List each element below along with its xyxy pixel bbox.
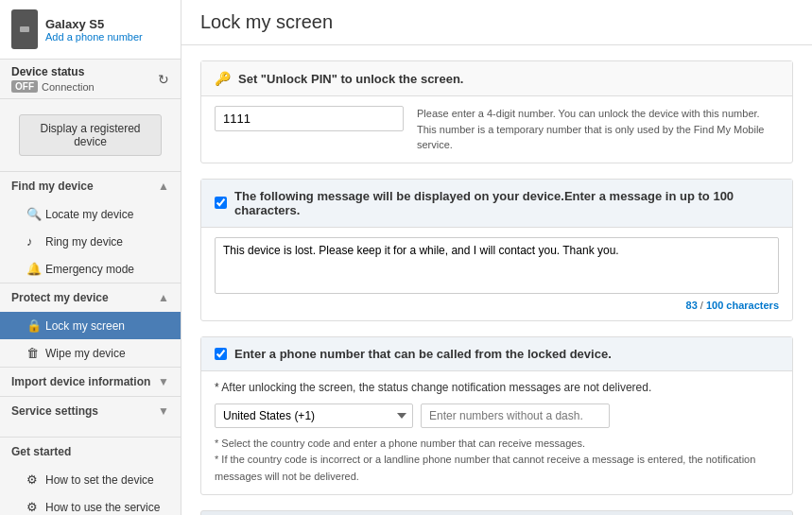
sidebar-item-how-set[interactable]: ⚙ How to set the device [0,466,181,493]
connection-text: Connection [42,81,95,93]
get-started-header: Get started [0,438,181,466]
refresh-icon[interactable]: ↻ [158,72,169,87]
message-checkbox-label[interactable]: The following message will be displayed … [234,189,779,217]
add-phone-link[interactable]: Add a phone number [45,31,143,43]
char-total: 100 characters [706,300,779,311]
find-device-chevron: ▲ [158,180,169,193]
phone-row: United States (+1) [215,403,779,428]
sidebar-item-lock[interactable]: 🔒 Lock my screen [0,312,181,339]
sidebar-item-how-use[interactable]: ⚙ How to use the service [0,493,181,515]
device-name: Galaxy S5 [45,17,143,31]
pin-input[interactable] [215,106,404,131]
phone-section-header: Enter a phone number that can be called … [201,337,792,371]
ring-icon: ♪ [26,234,40,249]
status-label: Device status [11,65,95,78]
service-settings-header[interactable]: Service settings ▼ [0,397,181,425]
message-section-body: This device is lost. Please keep it for … [201,228,792,320]
main-content: Lock my screen 🔑 Set "Unlock PIN" to unl… [181,0,812,515]
phone-section: Enter a phone number that can be called … [200,336,793,496]
pin-section-label: Set "Unlock PIN" to unlock the screen. [238,72,463,86]
pin-row: Please enter a 4-digit number. You can u… [201,96,792,163]
phone-input[interactable] [421,403,610,428]
protect-device-chevron: ▲ [158,291,169,304]
message-section-header: The following message will be displayed … [201,180,792,228]
device-info: Galaxy S5 Add a phone number [0,0,181,60]
unlock-pin-icon: 🔑 [215,71,231,86]
emergency-icon: 🔔 [26,262,40,276]
how-use-icon: ⚙ [26,500,40,514]
device-icon [11,9,38,49]
content-area: 🔑 Set "Unlock PIN" to unlock the screen.… [181,45,812,515]
register-device-button[interactable]: Display a registered device [19,114,162,156]
device-status-bar: Device status OFF Connection ↻ [0,60,181,99]
service-settings-chevron: ▼ [158,404,169,418]
phone-section-body: * After unlocking the screen, the status… [201,371,792,495]
wipe-icon: 🗑 [26,346,40,360]
sidebar-item-emergency[interactable]: 🔔 Emergency mode [0,255,181,283]
message-section: The following message will be displayed … [200,179,793,321]
sidebar-item-wipe[interactable]: 🗑 Wipe my device [0,339,181,367]
sidebar-item-ring[interactable]: ♪ Ring my device [0,228,181,255]
get-started-section: Get started ⚙ How to set the device ⚙ Ho… [0,437,181,515]
locate-icon: 🔍 [26,207,40,221]
protect-device-section: Protect my device ▲ 🔒 Lock my screen 🗑 W… [0,283,181,367]
char-used: 83 [686,300,698,311]
pin-section-header: 🔑 Set "Unlock PIN" to unlock the screen. [201,61,792,96]
find-device-section: Find my device ▲ 🔍 Locate my device ♪ Ri… [0,171,181,283]
sidebar-item-locate[interactable]: 🔍 Locate my device [0,200,181,228]
off-badge: OFF [11,80,38,93]
page-title: Lock my screen [200,11,793,33]
sidebar: Galaxy S5 Add a phone number Device stat… [0,0,181,515]
phone-notes: * Select the country code and enter a ph… [215,436,779,486]
char-count: 83 / 100 characters [215,300,779,311]
after-unlock-note: * After unlocking the screen, the status… [215,381,779,394]
pin-section: 🔑 Set "Unlock PIN" to unlock the screen.… [200,60,793,163]
lock-icon: 🔒 [26,318,40,333]
import-header[interactable]: Import device information ▼ [0,368,181,396]
message-textarea[interactable]: This device is lost. Please keep it for … [215,237,779,294]
import-section: Import device information ▼ [0,367,181,396]
pin-hint: Please enter a 4-digit number. You can u… [417,106,779,153]
register-btn-wrap: Display a registered device [0,99,181,171]
how-set-icon: ⚙ [26,472,40,487]
lock-footer: Lock [200,510,793,515]
country-select[interactable]: United States (+1) [215,403,413,428]
message-checkbox[interactable] [215,197,227,209]
phone-checkbox-label[interactable]: Enter a phone number that can be called … [234,347,612,361]
find-device-header[interactable]: Find my device ▲ [0,172,181,200]
page-header: Lock my screen [181,0,812,45]
phone-checkbox[interactable] [215,348,227,360]
protect-device-header[interactable]: Protect my device ▲ [0,283,181,312]
import-chevron: ▼ [158,375,169,388]
service-settings-section: Service settings ▼ [0,396,181,425]
